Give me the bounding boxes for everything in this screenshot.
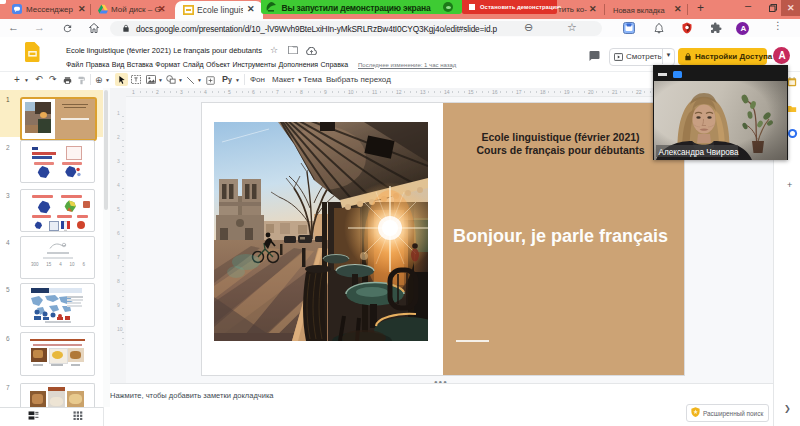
svg-text:Александра Чвирова: Александра Чвирова [659,148,740,157]
